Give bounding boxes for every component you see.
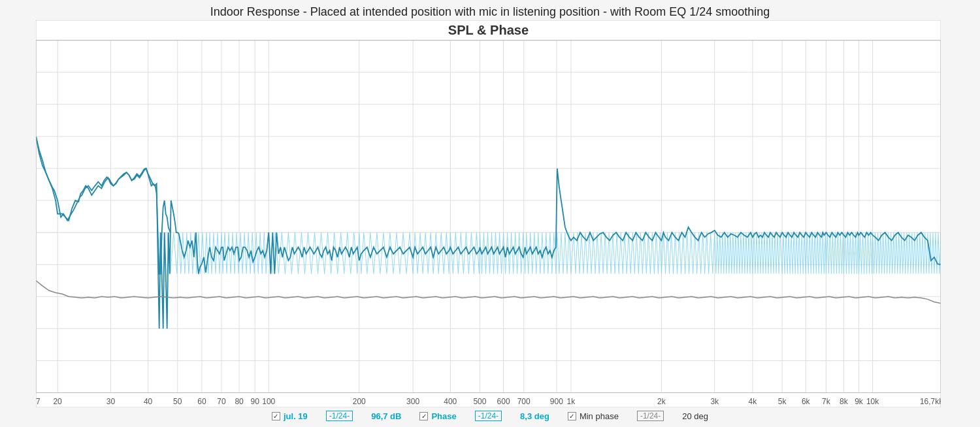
legend-phase-value: 8,3 deg xyxy=(520,411,549,421)
smoothing-box-2[interactable]: -1/24- xyxy=(475,411,502,421)
svg-text:700: 700 xyxy=(517,397,531,406)
svg-text:500: 500 xyxy=(473,397,486,406)
legend-minphase-value: 20 deg xyxy=(682,411,708,421)
svg-text:900: 900 xyxy=(550,397,563,406)
legend-spl-value: 96,7 dB xyxy=(371,411,401,421)
legend-smoothing1[interactable]: -1/24- xyxy=(326,411,353,421)
svg-text:60: 60 xyxy=(197,397,206,406)
phase-value: 8,3 deg xyxy=(520,411,549,421)
legend-jul19[interactable]: ✓ jul. 19 xyxy=(272,411,308,421)
legend-phase[interactable]: ✓ Phase xyxy=(419,411,456,421)
svg-text:100: 100 xyxy=(262,397,275,406)
smoothing-box-1[interactable]: -1/24- xyxy=(326,411,353,421)
svg-text:400: 400 xyxy=(444,397,457,406)
chart-title: Indoor Response - Placed at intended pos… xyxy=(0,0,980,20)
svg-text:7k: 7k xyxy=(822,397,831,406)
legend-bar: ✓ jul. 19 -1/24- 96,7 dB ✓ Phase -1/24- … xyxy=(0,407,980,427)
svg-text:2k: 2k xyxy=(657,397,666,406)
svg-text:16,7kHz: 16,7kHz xyxy=(920,397,941,406)
svg-text:90: 90 xyxy=(251,397,260,406)
svg-text:70: 70 xyxy=(217,397,226,406)
smoothing-box-3[interactable]: -1/24- xyxy=(637,411,664,421)
chart-area: 110 105 100 95 90 85 80 75 70 65 60 55 d… xyxy=(36,20,941,407)
checkbox-jul19[interactable]: ✓ xyxy=(272,412,280,420)
svg-text:50: 50 xyxy=(173,397,182,406)
checkbox-phase[interactable]: ✓ xyxy=(419,412,428,420)
svg-text:10k: 10k xyxy=(866,397,879,406)
legend-jul19-label: jul. 19 xyxy=(284,411,308,421)
svg-text:9k: 9k xyxy=(855,397,864,406)
svg-rect-0 xyxy=(36,20,941,407)
svg-text:20: 20 xyxy=(53,397,62,406)
legend-phase-label: Phase xyxy=(431,411,456,421)
svg-text:80: 80 xyxy=(235,397,244,406)
svg-text:4k: 4k xyxy=(749,397,758,406)
svg-text:3k: 3k xyxy=(710,397,719,406)
legend-minphase[interactable]: ✓ Min phase xyxy=(568,411,619,421)
chart-svg: 110 105 100 95 90 85 80 75 70 65 60 55 d… xyxy=(36,20,941,407)
chart-container: Indoor Response - Placed at intended pos… xyxy=(0,0,980,427)
spl-value: 96,7 dB xyxy=(371,411,401,421)
svg-text:600: 600 xyxy=(497,397,510,406)
minphase-value: 20 deg xyxy=(682,411,708,421)
svg-text:6k: 6k xyxy=(802,397,811,406)
legend-smoothing3[interactable]: -1/24- xyxy=(637,411,664,421)
svg-text:5k: 5k xyxy=(778,397,787,406)
svg-text:8k: 8k xyxy=(840,397,849,406)
checkbox-minphase[interactable]: ✓ xyxy=(568,412,576,420)
svg-text:40: 40 xyxy=(144,397,153,406)
svg-text:1k: 1k xyxy=(567,397,576,406)
svg-text:SPL & Phase: SPL & Phase xyxy=(448,23,529,37)
legend-minphase-label: Min phase xyxy=(580,411,619,421)
svg-text:300: 300 xyxy=(406,397,419,406)
svg-text:200: 200 xyxy=(353,397,366,406)
svg-text:30: 30 xyxy=(106,397,116,406)
svg-text:17: 17 xyxy=(36,397,41,406)
legend-smoothing2[interactable]: -1/24- xyxy=(475,411,502,421)
